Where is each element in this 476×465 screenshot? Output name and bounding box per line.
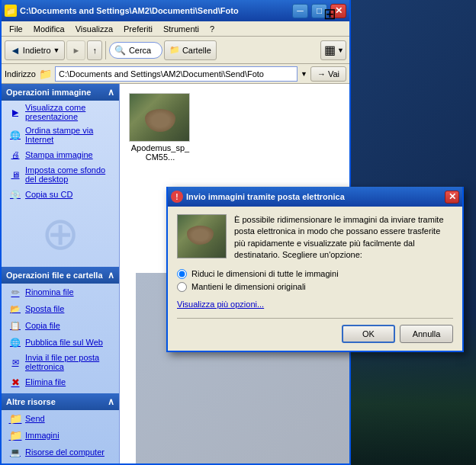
modal-body: È possibile ridimensionare le immagini d… [168,207,462,351]
modal-overlay: ! Invio immagini tramite posta elettroni… [0,0,476,465]
modal-animal-image [178,215,227,258]
modal-option-mantieni[interactable]: Mantieni le dimensioni originali [177,282,453,292]
cancel-button[interactable]: Annulla [400,325,453,343]
modal-option-riduci[interactable]: Riduci le dimensioni di tutte le immagin… [177,269,453,279]
modal-title-bar: ! Invio immagini tramite posta elettroni… [168,187,462,207]
modal-link-row: Visualizza più opzioni... [177,295,453,313]
modal-description: È possibile ridimensionare le immagini d… [234,214,453,261]
option-riduci-label: Riduci le dimensioni di tutte le immagin… [191,269,339,278]
email-dialog: ! Invio immagini tramite posta elettroni… [166,187,464,352]
visualizza-options-link[interactable]: Visualizza più opzioni... [177,300,264,309]
option-mantieni-label: Mantieni le dimensioni originali [191,282,306,291]
modal-buttons: OK Annulla [177,318,453,343]
modal-title-text: Invio immagini tramite posta elettronica [186,192,442,201]
radio-riduci[interactable] [177,269,187,279]
modal-close-button[interactable]: ✕ [445,191,459,204]
ok-button[interactable]: OK [342,325,395,343]
modal-thumbnail [177,214,227,258]
modal-title-icon: ! [171,191,183,203]
radio-mantieni[interactable] [177,282,187,292]
modal-top-row: È possibile ridimensionare le immagini d… [177,214,453,261]
